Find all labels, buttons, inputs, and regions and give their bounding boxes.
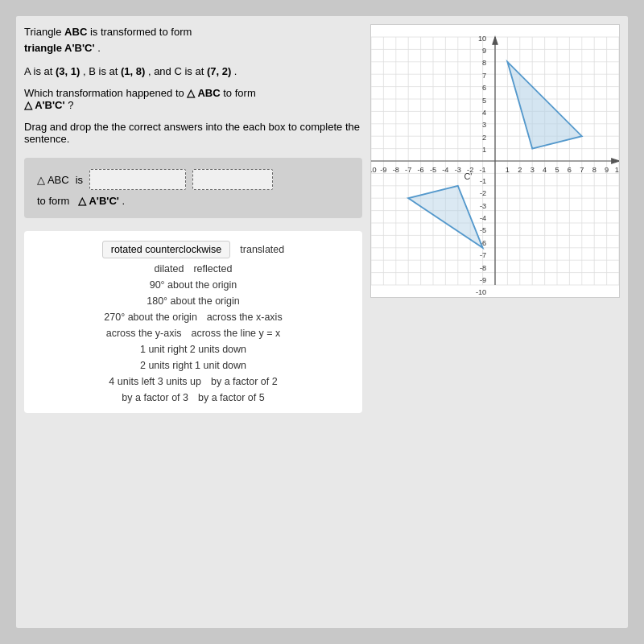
drag-1right-2down[interactable]: 1 unit right 2 units down <box>140 344 246 355</box>
drag-factor-3[interactable]: by a factor of 3 <box>122 392 188 403</box>
answer-to-form: to form △ A'B'C' . <box>37 195 349 207</box>
x-label-1: 1 <box>506 166 510 174</box>
y-label-neg5: -5 <box>480 226 486 234</box>
drag-row-3: 90° about the origin <box>150 279 237 291</box>
instruction-text: Drag and drop the the correct answers in… <box>24 121 362 145</box>
question-mark: ? <box>65 99 74 111</box>
title-text3: triangle <box>24 42 64 54</box>
drag-row-4: 180° about the origin <box>147 295 240 307</box>
y-label-neg3: -3 <box>480 202 486 210</box>
sentence-abc2: △ A'B'C' <box>78 195 119 207</box>
y-label-6: 6 <box>482 84 486 92</box>
x-label-neg8: -8 <box>393 166 399 174</box>
drag-across-y[interactable]: across the y-axis <box>106 328 182 339</box>
label-c-prime: C' <box>464 171 473 181</box>
drag-2right-1down[interactable]: 2 units right 1 unit down <box>140 360 246 371</box>
drag-row-5: 270° about the origin across the x-axis <box>104 312 282 323</box>
answer-box: △ ABC is to form △ A'B'C' . <box>24 158 362 218</box>
x-label-neg10: -10 <box>370 166 377 174</box>
question-part1: Which transformation happened to <box>24 87 187 99</box>
coordinate-grid: -10 -9 -8 -7 -6 -5 -4 -3 -2 -1 1 2 3 4 5… <box>370 24 620 298</box>
title-text1: Triangle <box>24 26 64 38</box>
svg-marker-44 <box>612 159 619 163</box>
drag-row-1: rotated counterclockwise translated <box>102 241 284 258</box>
title-abc: ABC <box>64 26 87 38</box>
question-text: Which transformation happened to △ ABC t… <box>24 87 362 111</box>
y-label-5: 5 <box>482 97 486 105</box>
y-label-3: 3 <box>482 121 486 129</box>
coords-intro: A is at <box>24 65 56 77</box>
b-coord: (1, 8) <box>121 65 145 77</box>
svg-marker-45 <box>493 37 497 44</box>
x-label-neg4: -4 <box>442 166 448 174</box>
drag-row-7: 1 unit right 2 units down <box>140 344 246 355</box>
x-label-neg9: -9 <box>380 166 386 174</box>
y-label-7: 7 <box>482 72 486 80</box>
drag-factor-5[interactable]: by a factor of 5 <box>198 392 265 403</box>
x-label-9: 9 <box>605 166 609 174</box>
sentence-period: . <box>119 195 125 207</box>
y-label-neg8: -8 <box>480 264 486 272</box>
coords-end: . <box>231 65 237 77</box>
y-label-1: 1 <box>482 146 486 154</box>
coordinates-text: A is at (3, 1) , B is at (1, 8) , and C … <box>24 65 362 77</box>
drag-row-10: by a factor of 3 by a factor of 5 <box>122 392 264 403</box>
x-label-5: 5 <box>555 166 559 174</box>
drag-180-origin[interactable]: 180° about the origin <box>147 295 240 307</box>
y-label-neg10: -10 <box>476 288 486 296</box>
page-container: Triangle ABC is transformed to form tria… <box>16 16 628 628</box>
x-label-8: 8 <box>592 166 597 174</box>
x-label-neg6: -6 <box>417 166 423 174</box>
title-period: . <box>95 42 101 54</box>
y-label-neg2: -2 <box>480 189 486 197</box>
right-panel: -10 -9 -8 -7 -6 -5 -4 -3 -2 -1 1 2 3 4 5… <box>370 24 620 620</box>
x-label-4: 4 <box>543 166 547 174</box>
y-label-neg4: -4 <box>480 214 486 222</box>
y-label-2: 2 <box>482 134 486 142</box>
drag-across-line-yx[interactable]: across the line y = x <box>191 328 280 339</box>
drag-dilated[interactable]: dilated <box>155 263 184 275</box>
drag-factor-2[interactable]: by a factor of 2 <box>211 376 278 387</box>
title-text2: is transformed to form <box>87 26 192 38</box>
drag-90-origin[interactable]: 90° about the origin <box>150 279 237 291</box>
sentence-to-form: to form <box>37 195 69 207</box>
drag-options-area: rotated counterclockwise translated dila… <box>24 231 362 413</box>
x-label-6: 6 <box>568 166 572 174</box>
x-label-10: 10 <box>615 166 620 174</box>
x-label-neg3: -3 <box>455 166 461 174</box>
answer-row: △ ABC is <box>37 169 349 190</box>
a-coord: (3, 1) <box>56 65 80 77</box>
y-label-neg1: -1 <box>480 177 486 185</box>
y-label-neg7: -7 <box>480 251 486 259</box>
drag-270-origin[interactable]: 270° about the origin <box>104 312 197 323</box>
c-coord: (7, 2) <box>207 65 231 77</box>
x-label-neg1: -1 <box>479 166 485 174</box>
question-part2: to form <box>221 87 256 99</box>
drag-row-8: 2 units right 1 unit down <box>140 360 246 371</box>
x-label-7: 7 <box>580 166 584 174</box>
coords-c-intro: , and C is at <box>145 65 207 77</box>
x-label-2: 2 <box>518 166 522 174</box>
problem-title: Triangle ABC is transformed to form tria… <box>24 24 362 56</box>
drop-box-2[interactable] <box>192 169 273 190</box>
sentence-is: is <box>76 174 83 186</box>
y-label-neg9: -9 <box>480 276 486 284</box>
drag-4left-3up[interactable]: 4 units left 3 units up <box>109 376 201 387</box>
drag-rotated-counterclockwise[interactable]: rotated counterclockwise <box>102 241 231 258</box>
drag-row-2: dilated reflected <box>155 263 233 275</box>
x-label-neg5: -5 <box>430 166 436 174</box>
x-label-3: 3 <box>530 166 535 174</box>
drag-reflected[interactable]: reflected <box>193 263 232 275</box>
drag-row-9: 4 units left 3 units up by a factor of 2 <box>109 376 277 387</box>
left-panel: Triangle ABC is transformed to form tria… <box>24 24 362 620</box>
drag-row-6: across the y-axis across the line y = x <box>106 328 281 339</box>
question-triangle: △ ABC <box>187 87 220 99</box>
question-triangle2: △ A'B'C' <box>24 99 65 111</box>
drag-across-x[interactable]: across the x-axis <box>207 312 283 323</box>
drag-translated[interactable]: translated <box>240 244 284 255</box>
y-label-9: 9 <box>482 47 486 55</box>
drop-box-1[interactable] <box>89 169 186 190</box>
coords-b-intro: , B is at <box>80 65 121 77</box>
title-abc2: A'B'C' <box>64 42 94 54</box>
sentence-abc: △ ABC <box>37 174 69 186</box>
